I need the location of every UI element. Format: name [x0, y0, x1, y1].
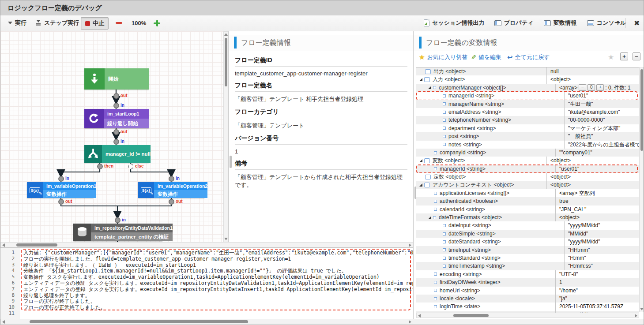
scroll-down-icon[interactable] [640, 308, 644, 310]
favorite-filter-star-icon[interactable]: ★ [608, 53, 614, 61]
flow-node-condition[interactable]: manager_id != null [84, 145, 149, 163]
value-text: <array> 空配列 [559, 189, 595, 197]
variable-label: applicationLicenses <string[]> [440, 189, 509, 197]
help-button[interactable]: ? [612, 17, 624, 29]
table-row[interactable]: calendarId <string>"JPN_CAL" [416, 205, 639, 213]
canvas-vscrollbar[interactable] [223, 31, 228, 242]
flow-node-im_startLoop1[interactable]: im_startLoop1繰り返し開始 [84, 109, 149, 128]
expand-all-button[interactable]: + [620, 52, 628, 60]
table-row[interactable]: managerId <string>"user01" [416, 92, 639, 100]
session-output-button[interactable]: セッション情報出力 [420, 17, 489, 29]
expanded-arrow-icon[interactable] [419, 183, 422, 187]
canvas-hscrollbar[interactable] [0, 242, 413, 247]
array-remove-button[interactable]: − [579, 84, 586, 91]
table-row[interactable]: department <string>"マーケティング本部" [416, 124, 639, 132]
table-row[interactable]: dateStandard <string>"yyyy/MM/dd" [416, 238, 639, 246]
table-row[interactable]: companyId <string>""company01" [416, 149, 639, 157]
table-row[interactable]: locale <locale>"ja" [416, 295, 639, 303]
action-undo[interactable]: ↩全て元に戻す [507, 53, 550, 61]
expanded-arrow-icon[interactable] [419, 78, 422, 81]
field-icon [443, 265, 446, 268]
abort-button[interactable]: 中止 [81, 17, 109, 30]
scroll-left-icon[interactable] [2, 243, 5, 247]
action-favorite-star[interactable]: ★お気に入り切替 [419, 53, 467, 61]
table-row[interactable]: roleIds <string[]><array> 件数: 12, ["im_k… [416, 311, 639, 313]
table-row[interactable]: timeTimestamp <string>"H:mm:ss" [416, 262, 639, 270]
table-row[interactable]: post <string>"一般社員" [416, 132, 639, 140]
field-icon [434, 273, 437, 276]
scroll-right-icon[interactable] [635, 314, 637, 318]
table-row[interactable]: アカウントコンテキスト <object><object> [416, 181, 639, 189]
table-row[interactable]: telephoneNumber <string>"00-0000-0000" [416, 116, 639, 124]
expanded-arrow-icon[interactable] [428, 216, 431, 219]
variables-hscroll-thumb[interactable] [453, 314, 489, 317]
flow-node-im_repositoryEntityDataValidation1[interactable]: im_repositoryEntityDataValidation1templa… [73, 224, 162, 241]
collapse-all-button[interactable]: − [633, 52, 640, 60]
table-row[interactable]: 入力 <object><object> [416, 75, 639, 83]
scroll-down-icon[interactable] [224, 238, 228, 240]
panel-splitter-handle[interactable] [230, 156, 232, 168]
row-value-cell: "/home" [555, 287, 639, 295]
variables-hscrollbar[interactable] [416, 313, 639, 318]
zoom-in-icon [154, 20, 160, 26]
console-hscrollbar[interactable] [0, 319, 413, 324]
flow-canvas[interactable]: 開始im_startLoop1繰り返し開始manager_id != null$… [0, 31, 223, 242]
properties-button[interactable]: プロパティ [490, 17, 538, 29]
table-row[interactable]: emailAddress <string>"ikuta@example.com" [416, 108, 639, 116]
table-row[interactable]: customerManager <object[]><array>−0+: 0,… [416, 84, 639, 92]
value-text: <object> [550, 173, 571, 181]
variables-vscrollbar[interactable] [639, 67, 644, 312]
table-row[interactable]: authenticated <boolean>true [416, 197, 639, 205]
field-icon [443, 248, 446, 251]
table-row[interactable]: dateInput <string>"yyyy/MM/dd" [416, 221, 639, 229]
flow-node-im_variableOperation1[interactable]: ${x}✎im_variableOperation1変数操作 [27, 182, 93, 198]
action-edit-pencil[interactable]: ✎値を編集 [471, 53, 501, 61]
array-add-button[interactable]: + [596, 84, 604, 91]
expanded-arrow-icon[interactable] [419, 159, 422, 162]
table-row[interactable]: loginTime <date>2025-11-05T05:37:41.579Z [416, 303, 639, 310]
field-icon [434, 208, 437, 211]
table-row[interactable]: dateSimple <string>"MM/dd" [416, 230, 639, 238]
field-icon [443, 143, 446, 146]
table-row[interactable]: timeInput <string>"HH:mm" [416, 246, 639, 254]
table-row[interactable]: firstDayOfWeek <integer>1 [416, 278, 639, 286]
canvas-vscroll-thumb[interactable] [225, 38, 227, 86]
array-index-field[interactable]: 0 [588, 84, 595, 91]
table-row[interactable]: encoding <string>"UTF-8" [416, 270, 639, 278]
flow-node-im_variableOperation2[interactable]: ${x}✎im_variableOperation2変数操作 [138, 182, 204, 198]
table-row[interactable]: managerId <string>"user01" [416, 165, 639, 173]
panel-resize-grip[interactable] [397, 175, 402, 180]
value-text: <object> [550, 157, 571, 164]
field-value: 「顧客管理」テンプレート [235, 118, 407, 131]
variables-vscroll-thumb[interactable] [640, 69, 643, 151]
scroll-right-icon[interactable] [409, 243, 411, 247]
step-run-button[interactable]: ステップ実行 [31, 17, 83, 29]
variables-button[interactable]: 変数情報 [540, 17, 580, 29]
canvas-hscroll-thumb[interactable] [16, 243, 57, 247]
scroll-up-icon[interactable] [224, 33, 228, 36]
table-row[interactable]: dateTimeFormats <object><object> [416, 213, 639, 221]
table-row[interactable]: 出力 <object>null [416, 67, 639, 75]
console-hscroll-thumb[interactable] [30, 320, 248, 323]
variable-label: 変数 <object> [433, 157, 465, 164]
table-row[interactable]: timeStandard <string>"H:mm" [416, 254, 639, 262]
close-button[interactable]: ✖ [630, 17, 644, 29]
toolbar: 実行 ステップ実行 中止 100% セッション情報出力 プロパティ [0, 15, 644, 32]
table-row[interactable]: 定数 <object><object> [416, 173, 639, 181]
scroll-left-icon[interactable] [2, 320, 5, 324]
scroll-right-icon[interactable] [409, 320, 411, 324]
zoom-in-button[interactable] [150, 17, 164, 29]
definition-panel-title: フロー定義情報 [241, 38, 291, 48]
value-text: <object> [550, 181, 571, 189]
run-button[interactable]: 実行 [4, 17, 30, 29]
table-row[interactable]: applicationLicenses <string[]><array> 空配… [416, 189, 639, 197]
expanded-arrow-icon[interactable] [428, 86, 431, 89]
table-row[interactable]: notes <string>"2022年度からの主担当者様です。" [416, 141, 639, 149]
table-row[interactable]: managerName <string>"生田一哉" [416, 100, 639, 108]
scroll-left-icon[interactable] [418, 314, 421, 318]
table-row[interactable]: 変数 <object><object> [416, 157, 639, 164]
flow-node-start[interactable]: 開始 [84, 68, 149, 90]
row-name-cell: dateTimeFormats <object> [416, 213, 555, 221]
zoom-out-button[interactable] [112, 17, 126, 29]
table-row[interactable]: homeUrl <string>"/home" [416, 287, 639, 295]
